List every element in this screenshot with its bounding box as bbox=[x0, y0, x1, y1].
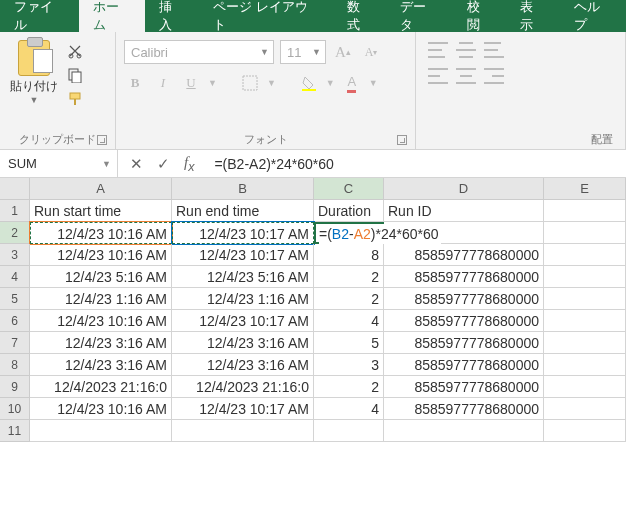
cell[interactable]: Duration bbox=[314, 200, 384, 222]
cell[interactable] bbox=[172, 420, 314, 442]
cell[interactable]: Run end time bbox=[172, 200, 314, 222]
align-bottom-button[interactable] bbox=[484, 42, 504, 58]
cell[interactable]: 12/4/23 3:16 AM bbox=[30, 354, 172, 376]
cell[interactable]: 8 bbox=[314, 244, 384, 266]
chevron-down-icon[interactable]: ▼ bbox=[369, 78, 378, 88]
col-header-D[interactable]: D bbox=[384, 178, 544, 200]
cell[interactable]: 8585977778680000 bbox=[384, 244, 544, 266]
cell[interactable] bbox=[544, 376, 626, 398]
select-all-corner[interactable] bbox=[0, 178, 30, 200]
cell[interactable]: 4 bbox=[314, 310, 384, 332]
enter-formula-button[interactable]: ✓ bbox=[157, 155, 170, 173]
font-size-combo[interactable]: 11▼ bbox=[280, 40, 326, 64]
col-header-E[interactable]: E bbox=[544, 178, 626, 200]
cell[interactable] bbox=[544, 354, 626, 376]
align-right-button[interactable] bbox=[484, 68, 504, 84]
name-box[interactable]: SUM▼ bbox=[0, 150, 118, 177]
row-header[interactable]: 6 bbox=[0, 310, 30, 332]
cell[interactable]: 8585977778680000 bbox=[384, 310, 544, 332]
paste-button[interactable]: 貼り付け ▼ bbox=[8, 40, 60, 108]
font-dialog-launcher[interactable] bbox=[397, 135, 407, 145]
italic-button[interactable]: I bbox=[152, 72, 174, 94]
font-name-combo[interactable]: Calibri▼ bbox=[124, 40, 274, 64]
cell[interactable]: 12/4/2023 21:16:0 bbox=[30, 376, 172, 398]
cell[interactable]: 2 bbox=[314, 266, 384, 288]
row-header[interactable]: 4 bbox=[0, 266, 30, 288]
cell[interactable]: 5 bbox=[314, 332, 384, 354]
worksheet[interactable]: A B C D E 1 Run start time Run end time … bbox=[0, 178, 626, 442]
cell[interactable]: 12/4/23 5:16 AM bbox=[172, 266, 314, 288]
row-header[interactable]: 2 bbox=[0, 222, 30, 244]
active-cell-C2[interactable]: =(B2-A2)*24*60*60 bbox=[314, 222, 384, 244]
cell[interactable] bbox=[384, 420, 544, 442]
align-center-button[interactable] bbox=[456, 68, 476, 84]
cell[interactable]: 4 bbox=[314, 398, 384, 420]
chevron-down-icon[interactable]: ▼ bbox=[267, 78, 276, 88]
cell[interactable]: 8585977778680000 bbox=[384, 354, 544, 376]
chevron-down-icon[interactable]: ▼ bbox=[260, 47, 269, 57]
cell[interactable] bbox=[544, 398, 626, 420]
cell[interactable]: 8585977778680000 bbox=[384, 398, 544, 420]
cell-referenced-A2[interactable]: 12/4/23 10:16 AM bbox=[30, 222, 172, 244]
align-top-button[interactable] bbox=[428, 42, 448, 58]
cell[interactable]: 12/4/23 10:17 AM bbox=[172, 310, 314, 332]
row-header[interactable]: 11 bbox=[0, 420, 30, 442]
cell[interactable]: Run start time bbox=[30, 200, 172, 222]
bold-button[interactable]: B bbox=[124, 72, 146, 94]
row-header[interactable]: 3 bbox=[0, 244, 30, 266]
tab-review[interactable]: 校閲 bbox=[453, 0, 507, 32]
cell[interactable]: 8585977778680000 bbox=[384, 288, 544, 310]
cell[interactable]: 12/4/23 1:16 AM bbox=[172, 288, 314, 310]
decrease-font-button[interactable]: A▾ bbox=[360, 41, 382, 63]
chevron-down-icon[interactable]: ▼ bbox=[208, 78, 217, 88]
cell[interactable] bbox=[544, 222, 626, 244]
cell[interactable] bbox=[544, 420, 626, 442]
cell[interactable]: 12/4/23 5:16 AM bbox=[30, 266, 172, 288]
cell[interactable] bbox=[30, 420, 172, 442]
tab-file[interactable]: ファイル bbox=[0, 0, 79, 32]
cell[interactable]: 12/4/23 1:16 AM bbox=[30, 288, 172, 310]
cell[interactable]: 3 bbox=[314, 354, 384, 376]
cell[interactable] bbox=[314, 420, 384, 442]
tab-home[interactable]: ホーム bbox=[79, 0, 145, 32]
tab-page-layout[interactable]: ページ レイアウト bbox=[199, 0, 333, 32]
cell[interactable] bbox=[544, 200, 626, 222]
chevron-down-icon[interactable]: ▼ bbox=[102, 159, 111, 169]
fill-color-button[interactable] bbox=[298, 72, 320, 94]
tab-view[interactable]: 表示 bbox=[506, 0, 560, 32]
cell[interactable]: 12/4/23 10:17 AM bbox=[172, 244, 314, 266]
cell[interactable]: 12/4/2023 21:16:0 bbox=[172, 376, 314, 398]
cell-referenced-B2[interactable]: 12/4/23 10:17 AM bbox=[172, 222, 314, 244]
tab-data[interactable]: データ bbox=[386, 0, 452, 32]
cell[interactable] bbox=[544, 332, 626, 354]
col-header-B[interactable]: B bbox=[172, 178, 314, 200]
cut-button[interactable] bbox=[66, 42, 84, 60]
cell[interactable] bbox=[544, 288, 626, 310]
cell[interactable]: 8585977778680000 bbox=[384, 376, 544, 398]
col-header-C[interactable]: C bbox=[314, 178, 384, 200]
cell[interactable] bbox=[544, 310, 626, 332]
borders-button[interactable] bbox=[239, 72, 261, 94]
font-color-button[interactable]: A bbox=[341, 72, 363, 94]
cell[interactable]: 8585977778680000 bbox=[384, 332, 544, 354]
cell[interactable]: 12/4/23 3:16 AM bbox=[30, 332, 172, 354]
cell[interactable] bbox=[544, 266, 626, 288]
cell[interactable]: 12/4/23 3:16 AM bbox=[172, 354, 314, 376]
tab-insert[interactable]: 挿入 bbox=[145, 0, 199, 32]
cell[interactable]: Run ID bbox=[384, 200, 544, 222]
chevron-down-icon[interactable]: ▼ bbox=[312, 47, 321, 57]
row-header[interactable]: 5 bbox=[0, 288, 30, 310]
format-painter-button[interactable] bbox=[66, 90, 84, 108]
cell[interactable]: 2 bbox=[314, 288, 384, 310]
tab-formulas[interactable]: 数式 bbox=[333, 0, 387, 32]
cell[interactable]: 12/4/23 3:16 AM bbox=[172, 332, 314, 354]
fx-button[interactable]: fx bbox=[184, 154, 194, 174]
underline-button[interactable]: U bbox=[180, 72, 202, 94]
increase-font-button[interactable]: A▴ bbox=[332, 41, 354, 63]
tab-help[interactable]: ヘルプ bbox=[560, 0, 626, 32]
cell[interactable]: 12/4/23 10:16 AM bbox=[30, 398, 172, 420]
cell[interactable] bbox=[544, 244, 626, 266]
cell[interactable]: 8585977778680000 bbox=[384, 266, 544, 288]
cell[interactable]: 2 bbox=[314, 376, 384, 398]
row-header[interactable]: 1 bbox=[0, 200, 30, 222]
